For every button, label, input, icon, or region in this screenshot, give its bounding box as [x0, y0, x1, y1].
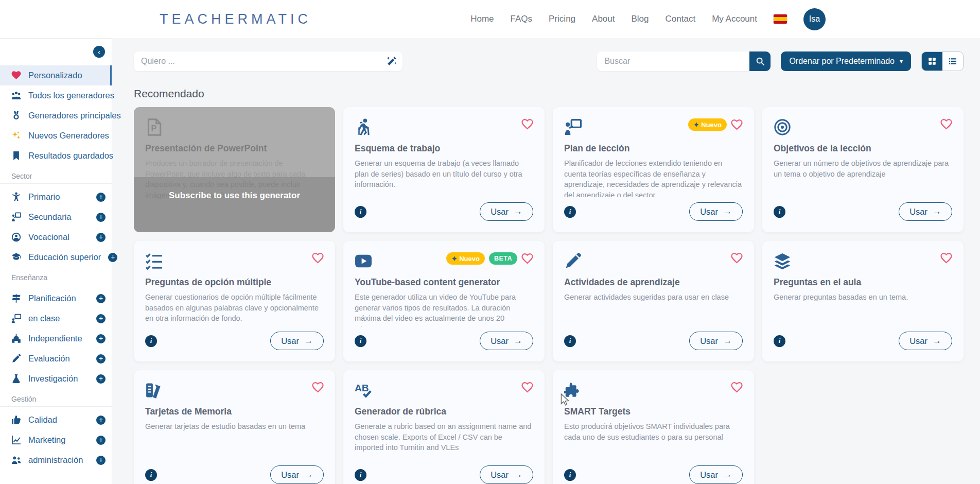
info-icon[interactable]: i — [145, 335, 157, 347]
sidebar-item-label: Todos los generadores — [28, 91, 114, 100]
card-header: P — [145, 118, 324, 136]
expand-plus-icon[interactable]: + — [96, 374, 106, 384]
generator-card-plan-de-lección: ✦NuevoPlan de lecciónPlanificador de lec… — [553, 107, 754, 232]
card-description: Planificador de lecciones extendido teni… — [564, 158, 743, 197]
info-icon[interactable]: i — [355, 335, 366, 347]
arrow-right-icon: → — [723, 206, 732, 217]
search-button[interactable] — [749, 51, 771, 71]
sidebar-item-personalizado[interactable]: Personalizado — [0, 65, 112, 85]
favorite-heart-icon[interactable] — [312, 382, 324, 393]
sidebar-item-independiente[interactable]: Independiente+ — [0, 329, 112, 349]
graduate-icon — [11, 252, 21, 262]
nav-link-pricing[interactable]: Pricing — [549, 14, 575, 24]
list-view-button[interactable] — [942, 52, 963, 71]
magic-wand-icon[interactable] — [386, 56, 397, 67]
favorite-heart-icon[interactable] — [940, 118, 952, 130]
nav-link-blog[interactable]: Blog — [632, 14, 649, 24]
expand-plus-icon[interactable]: + — [96, 334, 106, 343]
expand-plus-icon[interactable]: + — [96, 314, 106, 323]
prompt-input[interactable] — [134, 51, 402, 71]
toolbar: Ordenar por Predeterminado ▾ — [134, 51, 964, 71]
card-footer: iUsar→ — [355, 460, 533, 484]
use-button[interactable]: Usar→ — [480, 332, 533, 350]
info-icon[interactable]: i — [564, 206, 576, 218]
nav-link-home[interactable]: Home — [470, 14, 494, 24]
search-input[interactable] — [597, 51, 749, 71]
info-icon[interactable]: i — [145, 469, 157, 481]
favorite-heart-icon[interactable] — [521, 118, 533, 130]
people-icon — [11, 455, 21, 465]
sidebar-item-secundaria[interactable]: Secundaria+ — [0, 207, 112, 227]
right-tools: Ordenar por Predeterminado ▾ — [597, 51, 964, 71]
favorite-heart-icon[interactable] — [312, 252, 324, 264]
use-button[interactable]: Usar→ — [689, 465, 743, 484]
expand-plus-icon[interactable]: + — [96, 436, 106, 445]
use-button[interactable]: Usar→ — [689, 202, 743, 221]
info-icon[interactable]: i — [774, 206, 785, 218]
sidebar-item-vocacional[interactable]: Vocacional+ — [0, 227, 112, 247]
sidebar-item-resultados-guardados[interactable]: Resultados guardados — [0, 146, 112, 166]
info-icon[interactable]: i — [355, 206, 366, 218]
favorite-heart-icon[interactable] — [731, 382, 743, 393]
card-title: Tarjetas de Memoria — [145, 406, 324, 417]
use-button[interactable]: Usar→ — [689, 332, 743, 350]
use-button[interactable]: Usar→ — [899, 202, 952, 221]
arrow-right-icon: → — [933, 206, 941, 217]
use-button[interactable]: Usar→ — [480, 465, 533, 484]
card-title: Preguntas de opción múltiple — [145, 277, 324, 288]
sidebar-collapse-button[interactable]: ‹ — [93, 46, 105, 58]
sidebar-item-planificación[interactable]: Planificación+ — [0, 288, 112, 308]
user-avatar[interactable]: Isa — [803, 8, 826, 30]
grid-view-button[interactable] — [922, 52, 942, 71]
school-icon — [11, 334, 21, 343]
use-button[interactable]: Usar→ — [480, 202, 533, 221]
sidebar-item-en-clase[interactable]: en clase+ — [0, 308, 112, 329]
expand-plus-icon[interactable]: + — [96, 416, 106, 425]
sidebar-item-marketing[interactable]: Marketing+ — [0, 430, 112, 450]
sidebar-item-nuevos-generadores[interactable]: Nuevos Generadores — [0, 126, 112, 146]
card-description: Esto producirá objetivos SMART individua… — [564, 421, 743, 460]
spain-flag-icon[interactable] — [774, 14, 787, 24]
expand-plus-icon[interactable]: + — [96, 213, 106, 222]
favorite-heart-icon[interactable] — [521, 382, 533, 393]
card-header — [564, 252, 743, 270]
sidebar-item-educación-superior[interactable]: Educación superior+ — [0, 247, 112, 267]
brand-logo[interactable]: TEACHERMATIC — [160, 11, 311, 27]
puzzle-icon — [564, 382, 582, 399]
sidebar-item-label: administración — [28, 455, 83, 465]
nav-link-contact[interactable]: Contact — [666, 14, 696, 24]
favorite-heart-icon[interactable] — [731, 252, 743, 264]
info-icon[interactable]: i — [355, 469, 366, 481]
sidebar-item-generadores-principales[interactable]: Generadores principales — [0, 106, 112, 126]
info-icon[interactable]: i — [564, 469, 576, 481]
sidebar-item-investigación[interactable]: Investigación+ — [0, 369, 112, 389]
expand-plus-icon[interactable]: + — [96, 233, 106, 242]
nav-link-my-account[interactable]: My Account — [712, 14, 757, 24]
expand-plus-icon[interactable]: + — [96, 354, 106, 364]
use-button[interactable]: Usar→ — [899, 332, 952, 350]
expand-plus-icon[interactable]: + — [96, 193, 106, 202]
users-icon — [11, 91, 21, 100]
sidebar-item-primario[interactable]: Primario+ — [0, 187, 112, 207]
use-button[interactable]: Usar→ — [270, 332, 324, 350]
svg-text:AB: AB — [355, 383, 369, 393]
nav-link-about[interactable]: About — [592, 14, 615, 24]
sidebar-item-calidad[interactable]: Calidad+ — [0, 410, 112, 430]
info-icon[interactable]: i — [564, 335, 576, 347]
sidebar-section-title: Gestión — [0, 395, 112, 407]
sort-dropdown-button[interactable]: Ordenar por Predeterminado ▾ — [781, 51, 911, 71]
sidebar-item-administración[interactable]: administración+ — [0, 450, 112, 470]
expand-plus-icon[interactable]: + — [96, 294, 106, 303]
sidebar-item-evaluación[interactable]: Evaluación+ — [0, 349, 112, 369]
card-title: Objetivos de la lección — [774, 143, 952, 154]
favorite-heart-icon[interactable] — [731, 119, 743, 131]
medal-icon — [11, 111, 21, 120]
nav-link-faqs[interactable]: FAQs — [511, 14, 533, 24]
use-button[interactable]: Usar→ — [270, 465, 324, 484]
sidebar-item-todos-los-generadores[interactable]: Todos los generadores — [0, 85, 112, 106]
info-icon[interactable]: i — [774, 335, 785, 347]
favorite-heart-icon[interactable] — [521, 253, 533, 265]
favorite-heart-icon[interactable] — [940, 252, 952, 264]
generator-card-grid: PPresentación de PowerPointProduces un b… — [134, 107, 964, 484]
expand-plus-icon[interactable]: + — [96, 456, 106, 465]
